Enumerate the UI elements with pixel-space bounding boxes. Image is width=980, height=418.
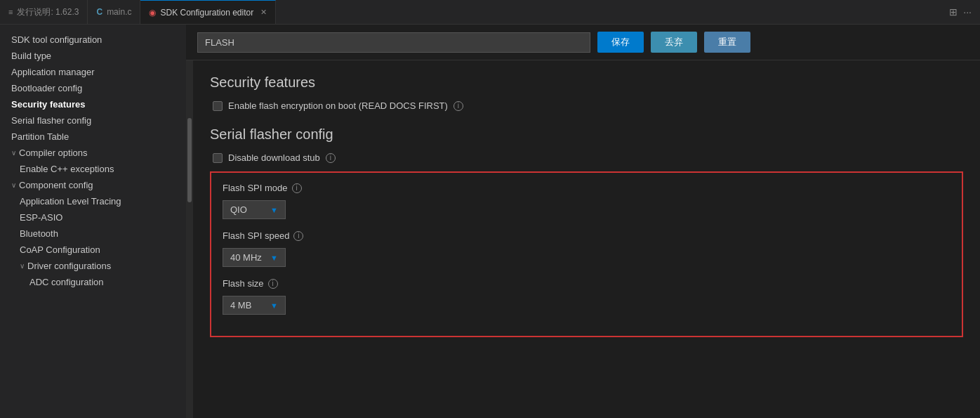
serial-flasher-config-header: Serial flasher config: [210, 126, 963, 143]
sidebar-item-enable-cpp-exceptions[interactable]: Enable C++ exceptions: [0, 161, 186, 177]
sidebar-label-bootloader-config: Bootloader config: [11, 83, 82, 93]
sidebar-item-sdk-tool-config[interactable]: SDK tool configuration: [0, 32, 186, 48]
flash-size-value: 4 MB: [230, 300, 251, 311]
sidebar-item-application-level-tracing[interactable]: Application Level Tracing: [0, 193, 186, 209]
flash-spi-speed-label: Flash SPI speed i: [223, 230, 951, 241]
tab-label-release-notes: 发行说明: 1.62.3: [17, 6, 79, 18]
flash-spi-mode-info-icon[interactable]: i: [292, 183, 302, 193]
scrollbar[interactable]: [186, 60, 193, 418]
layout-icon[interactable]: ⊞: [949, 6, 958, 18]
sidebar-label-bluetooth: Bluetooth: [20, 228, 58, 239]
flash-spi-mode-select-wrapper: QIO ▼: [223, 200, 286, 219]
enable-flash-encryption-checkbox[interactable]: [213, 101, 223, 111]
sidebar-label-coap-configuration: CoAP Configuration: [20, 244, 100, 255]
enable-flash-encryption-label: Enable flash encryption on boot (READ DO…: [228, 100, 448, 111]
sidebar-item-adc-configuration[interactable]: ADC configuration: [0, 274, 186, 290]
tab-sdk-config[interactable]: ◉ SDK Configuration editor ✕: [140, 0, 276, 24]
tab-label-sdk-config: SDK Configuration editor: [160, 8, 253, 18]
sidebar-label-serial-flasher-config: Serial flasher config: [11, 115, 91, 126]
disable-download-stub-label: Disable download stub: [228, 152, 320, 163]
disable-download-stub-info-icon[interactable]: i: [326, 153, 336, 163]
sidebar-label-application-level-tracing: Application Level Tracing: [20, 196, 121, 207]
security-features-header: Security features: [210, 74, 963, 91]
flash-size-info-icon[interactable]: i: [268, 279, 278, 289]
sidebar-label-application-manager: Application manager: [11, 67, 95, 77]
sidebar-label-sdk-tool-config: SDK tool configuration: [11, 34, 102, 45]
flash-spi-speed-info-icon[interactable]: i: [293, 231, 303, 241]
sidebar-item-bluetooth[interactable]: Bluetooth: [0, 226, 186, 242]
flash-spi-speed-arrow-icon: ▼: [270, 254, 278, 262]
chevron-down-icon-2: ∨: [11, 181, 16, 189]
c-file-icon: C: [96, 7, 102, 17]
flash-size-select[interactable]: 4 MB ▼: [223, 296, 286, 315]
sidebar-label-partition-table: Partition Table: [11, 131, 69, 142]
sidebar-item-build-type[interactable]: Build type: [0, 48, 186, 64]
main-layout: SDK tool configuration Build type Applic…: [0, 25, 980, 418]
tab-label-main-c: main.c: [107, 7, 131, 17]
sidebar-label-build-type: Build type: [11, 51, 51, 61]
sidebar: SDK tool configuration Build type Applic…: [0, 25, 186, 418]
sidebar-item-esp-asio[interactable]: ESP-ASIO: [0, 209, 186, 226]
flash-spi-mode-arrow-icon: ▼: [270, 206, 278, 214]
sidebar-item-component-config[interactable]: ∨ Component config: [0, 177, 186, 193]
flash-spi-mode-label: Flash SPI mode i: [223, 183, 951, 193]
reset-button[interactable]: 重置: [704, 32, 750, 53]
sidebar-item-security-features[interactable]: Security features: [0, 96, 186, 112]
search-bar: 保存 丢弃 重置: [186, 25, 980, 60]
more-icon[interactable]: ···: [963, 6, 972, 18]
flash-size-select-wrapper: 4 MB ▼: [223, 296, 286, 315]
disable-download-stub-row: Disable download stub i: [210, 152, 963, 163]
flash-size-arrow-icon: ▼: [270, 301, 278, 310]
sidebar-label-driver-configurations: Driver configurations: [27, 261, 111, 271]
sidebar-item-coap-configuration[interactable]: CoAP Configuration: [0, 242, 186, 258]
sidebar-item-driver-configurations[interactable]: ∨ Driver configurations: [0, 258, 186, 274]
sidebar-label-adc-configuration: ADC configuration: [29, 277, 104, 287]
disable-download-stub-checkbox[interactable]: [213, 153, 223, 163]
sidebar-item-serial-flasher-config[interactable]: Serial flasher config: [0, 112, 186, 129]
sidebar-item-bootloader-config[interactable]: Bootloader config: [0, 80, 186, 96]
sdk-icon: ◉: [149, 8, 156, 18]
flash-spi-speed-select[interactable]: 40 MHz ▼: [223, 248, 286, 267]
sidebar-item-application-manager[interactable]: Application manager: [0, 64, 186, 80]
tab-release-notes[interactable]: ≡ 发行说明: 1.62.3: [0, 0, 88, 24]
content-area: 保存 丢弃 重置 Security features Enable flash …: [186, 25, 980, 418]
flash-spi-mode-value: QIO: [230, 204, 247, 215]
chevron-down-icon-3: ∨: [20, 262, 25, 270]
sidebar-label-esp-asio: ESP-ASIO: [20, 212, 62, 223]
enable-flash-encryption-row: Enable flash encryption on boot (READ DO…: [210, 100, 963, 111]
sidebar-item-partition-table[interactable]: Partition Table: [0, 129, 186, 145]
scrollbar-thumb[interactable]: [187, 118, 192, 202]
enable-flash-encryption-info-icon[interactable]: i: [453, 101, 463, 111]
sidebar-label-security-features: Security features: [11, 99, 86, 110]
flash-size-label: Flash size i: [223, 278, 951, 289]
menu-icon: ≡: [8, 8, 13, 16]
titlebar-actions: ⊞ ···: [949, 6, 980, 18]
sidebar-label-component-config: Component config: [19, 180, 93, 190]
scroll-content: Security features Enable flash encryptio…: [186, 60, 980, 418]
flash-spi-speed-select-wrapper: 40 MHz ▼: [223, 248, 286, 267]
chevron-down-icon: ∨: [11, 149, 16, 157]
titlebar: ≡ 发行说明: 1.62.3 C main.c ◉ SDK Configurat…: [0, 0, 980, 25]
tab-main-c[interactable]: C main.c: [88, 0, 140, 24]
flash-spi-mode-select[interactable]: QIO ▼: [223, 200, 286, 219]
search-input[interactable]: [197, 32, 590, 53]
flash-config-box: Flash SPI mode i QIO ▼ Flash SPI speed i: [210, 171, 963, 337]
flash-spi-speed-value: 40 MHz: [230, 252, 262, 263]
content-panel: Security features Enable flash encryptio…: [193, 60, 980, 418]
discard-button[interactable]: 丢弃: [651, 32, 697, 53]
sidebar-label-compiler-options: Compiler options: [19, 148, 88, 158]
close-tab-icon[interactable]: ✕: [260, 8, 267, 17]
sidebar-item-compiler-options[interactable]: ∨ Compiler options: [0, 145, 186, 161]
sidebar-label-enable-cpp-exceptions: Enable C++ exceptions: [20, 164, 114, 174]
save-button[interactable]: 保存: [597, 32, 644, 53]
